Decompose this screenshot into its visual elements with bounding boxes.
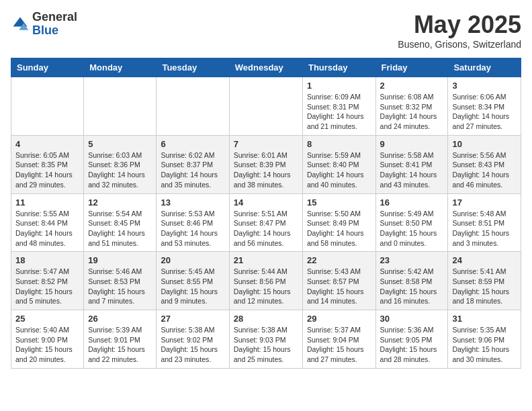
day-info: Sunrise: 5:59 AM Sunset: 8:40 PM Dayligh… <box>307 150 371 190</box>
day-info: Sunrise: 5:35 AM Sunset: 9:06 PM Dayligh… <box>452 325 517 365</box>
day-number: 28 <box>234 314 298 324</box>
day-number: 12 <box>88 197 152 208</box>
calendar-cell: 28Sunrise: 5:38 AM Sunset: 9:03 PM Dayli… <box>229 310 302 369</box>
day-header-thursday: Thursday <box>302 58 375 77</box>
month-title: May 2025 <box>398 11 521 39</box>
day-number: 4 <box>15 139 79 149</box>
calendar-cell: 10Sunrise: 5:56 AM Sunset: 8:43 PM Dayli… <box>448 135 521 193</box>
day-number: 27 <box>161 314 224 324</box>
day-number: 31 <box>452 314 517 324</box>
day-info: Sunrise: 6:08 AM Sunset: 8:32 PM Dayligh… <box>380 92 444 132</box>
day-number: 20 <box>161 255 224 265</box>
day-info: Sunrise: 5:46 AM Sunset: 8:53 PM Dayligh… <box>88 267 152 306</box>
day-number: 11 <box>15 197 79 208</box>
day-number: 14 <box>234 197 298 208</box>
day-header-sunday: Sunday <box>11 58 84 77</box>
calendar-cell: 7Sunrise: 6:01 AM Sunset: 8:39 PM Daylig… <box>229 135 302 193</box>
day-info: Sunrise: 5:51 AM Sunset: 8:47 PM Dayligh… <box>234 209 298 248</box>
day-info: Sunrise: 5:40 AM Sunset: 9:00 PM Dayligh… <box>15 325 79 365</box>
logo-icon <box>11 15 30 34</box>
calendar-cell: 18Sunrise: 5:47 AM Sunset: 8:52 PM Dayli… <box>11 252 84 310</box>
day-number: 2 <box>380 81 444 91</box>
day-number: 15 <box>307 197 371 208</box>
calendar-week-3: 11Sunrise: 5:55 AM Sunset: 8:44 PM Dayli… <box>11 193 521 252</box>
logo-text: General Blue <box>32 11 77 38</box>
calendar-cell: 9Sunrise: 5:58 AM Sunset: 8:41 PM Daylig… <box>375 135 448 193</box>
day-header-monday: Monday <box>84 58 157 77</box>
calendar-cell: 14Sunrise: 5:51 AM Sunset: 8:47 PM Dayli… <box>229 193 302 252</box>
day-number: 8 <box>307 139 371 149</box>
day-info: Sunrise: 5:48 AM Sunset: 8:51 PM Dayligh… <box>452 209 517 248</box>
day-info: Sunrise: 6:02 AM Sunset: 8:37 PM Dayligh… <box>161 150 224 190</box>
day-info: Sunrise: 5:43 AM Sunset: 8:57 PM Dayligh… <box>307 267 371 306</box>
calendar-cell: 13Sunrise: 5:53 AM Sunset: 8:46 PM Dayli… <box>157 193 229 252</box>
day-info: Sunrise: 5:49 AM Sunset: 8:50 PM Dayligh… <box>380 209 444 248</box>
calendar-cell: 21Sunrise: 5:44 AM Sunset: 8:56 PM Dayli… <box>229 252 302 310</box>
day-number: 23 <box>380 255 444 265</box>
day-info: Sunrise: 5:47 AM Sunset: 8:52 PM Dayligh… <box>15 267 79 306</box>
calendar-cell <box>11 77 84 136</box>
day-info: Sunrise: 6:09 AM Sunset: 8:31 PM Dayligh… <box>307 92 371 132</box>
calendar-cell: 27Sunrise: 5:38 AM Sunset: 9:02 PM Dayli… <box>157 310 229 369</box>
logo: General Blue <box>11 11 77 38</box>
calendar-cell: 23Sunrise: 5:42 AM Sunset: 8:58 PM Dayli… <box>375 252 448 310</box>
day-info: Sunrise: 5:41 AM Sunset: 8:59 PM Dayligh… <box>452 267 517 306</box>
day-info: Sunrise: 5:38 AM Sunset: 9:02 PM Dayligh… <box>161 325 224 365</box>
calendar-cell: 30Sunrise: 5:36 AM Sunset: 9:05 PM Dayli… <box>375 310 448 369</box>
day-number: 26 <box>88 314 152 324</box>
calendar-cell: 2Sunrise: 6:08 AM Sunset: 8:32 PM Daylig… <box>375 77 448 136</box>
day-number: 30 <box>380 314 444 324</box>
day-info: Sunrise: 5:50 AM Sunset: 8:49 PM Dayligh… <box>307 209 371 248</box>
day-info: Sunrise: 6:06 AM Sunset: 8:34 PM Dayligh… <box>452 92 517 132</box>
day-number: 29 <box>307 314 371 324</box>
location: Buseno, Grisons, Switzerland <box>398 39 521 50</box>
calendar-cell: 25Sunrise: 5:40 AM Sunset: 9:00 PM Dayli… <box>11 310 84 369</box>
day-info: Sunrise: 5:55 AM Sunset: 8:44 PM Dayligh… <box>15 209 79 248</box>
day-number: 17 <box>452 197 517 208</box>
day-number: 22 <box>307 255 371 265</box>
day-number: 19 <box>88 255 152 265</box>
calendar-cell: 11Sunrise: 5:55 AM Sunset: 8:44 PM Dayli… <box>11 193 84 252</box>
calendar-cell: 4Sunrise: 6:05 AM Sunset: 8:35 PM Daylig… <box>11 135 84 193</box>
day-number: 13 <box>161 197 224 208</box>
day-info: Sunrise: 5:37 AM Sunset: 9:04 PM Dayligh… <box>307 325 371 365</box>
day-info: Sunrise: 6:03 AM Sunset: 8:36 PM Dayligh… <box>88 150 152 190</box>
day-header-friday: Friday <box>375 58 448 77</box>
calendar-cell: 16Sunrise: 5:49 AM Sunset: 8:50 PM Dayli… <box>375 193 448 252</box>
day-header-saturday: Saturday <box>448 58 521 77</box>
day-info: Sunrise: 5:38 AM Sunset: 9:03 PM Dayligh… <box>234 325 298 365</box>
day-number: 9 <box>380 139 444 149</box>
calendar-cell: 26Sunrise: 5:39 AM Sunset: 9:01 PM Dayli… <box>84 310 157 369</box>
calendar-cell: 20Sunrise: 5:45 AM Sunset: 8:55 PM Dayli… <box>157 252 229 310</box>
day-number: 6 <box>161 139 224 149</box>
day-number: 1 <box>307 81 371 91</box>
calendar-cell: 17Sunrise: 5:48 AM Sunset: 8:51 PM Dayli… <box>448 193 521 252</box>
calendar-header-row: SundayMondayTuesdayWednesdayThursdayFrid… <box>11 58 521 77</box>
day-number: 16 <box>380 197 444 208</box>
calendar-cell: 5Sunrise: 6:03 AM Sunset: 8:36 PM Daylig… <box>84 135 157 193</box>
logo-blue: Blue <box>32 24 77 38</box>
calendar-cell: 1Sunrise: 6:09 AM Sunset: 8:31 PM Daylig… <box>302 77 375 136</box>
calendar-week-1: 1Sunrise: 6:09 AM Sunset: 8:31 PM Daylig… <box>11 77 521 136</box>
day-number: 18 <box>15 255 79 265</box>
day-info: Sunrise: 5:58 AM Sunset: 8:41 PM Dayligh… <box>380 150 444 190</box>
day-info: Sunrise: 5:36 AM Sunset: 9:05 PM Dayligh… <box>380 325 444 365</box>
day-info: Sunrise: 5:44 AM Sunset: 8:56 PM Dayligh… <box>234 267 298 306</box>
day-number: 10 <box>452 139 517 149</box>
calendar-cell: 24Sunrise: 5:41 AM Sunset: 8:59 PM Dayli… <box>448 252 521 310</box>
day-number: 3 <box>452 81 517 91</box>
day-number: 21 <box>234 255 298 265</box>
calendar-cell <box>84 77 157 136</box>
day-info: Sunrise: 5:42 AM Sunset: 8:58 PM Dayligh… <box>380 267 444 306</box>
title-area: May 2025 Buseno, Grisons, Switzerland <box>398 11 521 50</box>
calendar-cell: 22Sunrise: 5:43 AM Sunset: 8:57 PM Dayli… <box>302 252 375 310</box>
calendar-cell: 29Sunrise: 5:37 AM Sunset: 9:04 PM Dayli… <box>302 310 375 369</box>
day-info: Sunrise: 5:53 AM Sunset: 8:46 PM Dayligh… <box>161 209 224 248</box>
calendar-week-4: 18Sunrise: 5:47 AM Sunset: 8:52 PM Dayli… <box>11 252 521 310</box>
calendar-week-2: 4Sunrise: 6:05 AM Sunset: 8:35 PM Daylig… <box>11 135 521 193</box>
calendar-week-5: 25Sunrise: 5:40 AM Sunset: 9:00 PM Dayli… <box>11 310 521 369</box>
calendar-cell: 15Sunrise: 5:50 AM Sunset: 8:49 PM Dayli… <box>302 193 375 252</box>
calendar-cell <box>229 77 302 136</box>
day-info: Sunrise: 5:54 AM Sunset: 8:45 PM Dayligh… <box>88 209 152 248</box>
day-info: Sunrise: 5:39 AM Sunset: 9:01 PM Dayligh… <box>88 325 152 365</box>
